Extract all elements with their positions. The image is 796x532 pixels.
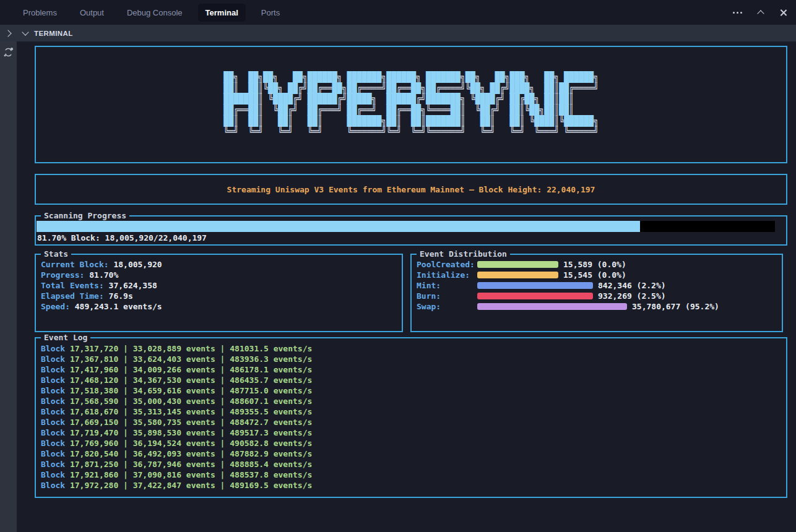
log-detail: 17,518,380 | 34,659,616 events | 487715.… xyxy=(70,386,312,395)
stat-label: Progress: xyxy=(41,270,84,280)
sidebar-expand-icon[interactable] xyxy=(4,30,11,36)
distribution-value: 842,346 (2.2%) xyxy=(598,281,666,290)
log-block-label: Block xyxy=(41,375,65,385)
log-detail: 17,820,540 | 36,492,093 events | 487882.… xyxy=(70,449,312,458)
event-log-box: Event Log Block 17,317,720 | 33,028,889 … xyxy=(35,337,787,498)
distribution-bar xyxy=(477,293,593,299)
more-actions-icon[interactable] xyxy=(733,12,742,14)
distribution-value: 932,269 (2.5%) xyxy=(598,291,666,301)
event-distribution-title: Event Distribution xyxy=(417,249,510,259)
terminal-collapse-icon[interactable] xyxy=(22,28,28,35)
progress-label: 81.70% Block: 18,005,920/22,040,197 xyxy=(36,233,786,243)
scanning-progress-box: Scanning Progress 81.70% Block: 18,005,9… xyxy=(35,215,787,246)
panel-tab[interactable]: Output xyxy=(72,4,111,22)
maximize-panel-icon[interactable] xyxy=(757,10,764,17)
log-block-label: Block xyxy=(41,460,65,469)
distribution-bar xyxy=(477,261,558,268)
panel-tab[interactable]: Ports xyxy=(254,4,287,22)
log-block-label: Block xyxy=(41,386,65,395)
progress-bar-track xyxy=(37,221,775,232)
scanning-progress-title: Scanning Progress xyxy=(41,210,129,221)
terminal-section-header: TERMINAL xyxy=(0,25,796,41)
distribution-bar xyxy=(477,272,558,278)
log-detail: 17,871,250 | 36,787,946 events | 488885.… xyxy=(70,460,312,469)
log-block-label: Block xyxy=(41,449,65,458)
event-log-row: Block 17,317,720 | 33,028,889 events | 4… xyxy=(41,343,781,354)
stat-row: Elapsed Time: 76.9s xyxy=(41,291,397,301)
stats-box: Stats Current Block: 18,005,920 Progress… xyxy=(35,254,403,332)
distribution-label: Mint: xyxy=(417,281,477,290)
log-block-label: Block xyxy=(41,481,65,490)
event-log-row: Block 17,921,860 | 37,090,816 events | 4… xyxy=(41,470,781,480)
terminal-side-strip xyxy=(0,41,17,532)
stat-label: Elapsed Time: xyxy=(41,291,104,301)
log-block-label: Block xyxy=(41,365,65,374)
event-log-row: Block 17,367,810 | 33,624,403 events | 4… xyxy=(41,354,781,364)
stat-label: Speed: xyxy=(41,302,70,311)
panel-tabbar: Problems Output Debug Console Terminal P… xyxy=(0,0,796,25)
sync-icon[interactable] xyxy=(3,47,14,58)
event-log-row: Block 17,871,250 | 36,787,946 events | 4… xyxy=(41,459,781,470)
event-log-row: Block 17,972,280 | 37,422,847 events | 4… xyxy=(41,480,781,491)
event-log-row: Block 17,669,150 | 35,580,735 events | 4… xyxy=(41,417,781,427)
stat-row: Progress: 81.70% xyxy=(41,270,397,280)
banner-box: ██╗ ██╗██╗ ██╗██████╗ ███████╗██████╗ ██… xyxy=(35,46,787,163)
stat-value: 81.70% xyxy=(89,270,118,280)
stat-value: 18,005,920 xyxy=(113,260,162,269)
stats-title: Stats xyxy=(41,249,71,259)
distribution-label: PoolCreated: xyxy=(417,260,477,269)
log-block-label: Block xyxy=(41,418,65,427)
stat-value: 76.9s xyxy=(109,291,133,301)
stream-header-box: Streaming Uniswap V3 Events from Ethereu… xyxy=(35,174,787,205)
event-log-row: Block 17,618,670 | 35,313,145 events | 4… xyxy=(41,406,781,417)
stat-row: Total Events: 37,624,358 xyxy=(41,280,397,291)
event-log-row: Block 17,468,120 | 34,367,530 events | 4… xyxy=(41,375,781,385)
distribution-row: Initialize: 15,545 (0.0%) xyxy=(417,270,777,280)
distribution-value: 15,589 (0.0%) xyxy=(563,260,626,269)
distribution-row: PoolCreated: 15,589 (0.0%) xyxy=(417,259,777,270)
log-detail: 17,367,810 | 33,624,403 events | 483936.… xyxy=(70,354,312,364)
log-block-label: Block xyxy=(41,470,65,479)
stat-label: Total Events: xyxy=(41,281,104,290)
stat-value: 37,624,358 xyxy=(109,281,157,290)
event-log-row: Block 17,820,540 | 36,492,093 events | 4… xyxy=(41,448,781,459)
event-log-row: Block 17,518,380 | 34,659,616 events | 4… xyxy=(41,385,781,396)
log-block-label: Block xyxy=(41,439,65,448)
distribution-label: Swap: xyxy=(417,302,477,311)
event-log-title: Event Log xyxy=(41,332,90,343)
event-log-row: Block 17,769,960 | 36,194,524 events | 4… xyxy=(41,438,781,448)
distribution-row: Burn: 932,269 (2.5%) xyxy=(417,291,777,301)
stat-row: Current Block: 18,005,920 xyxy=(41,259,397,270)
stream-header-text: Streaming Uniswap V3 Events from Ethereu… xyxy=(227,185,595,194)
distribution-row: Swap: 35,780,677 (95.2%) xyxy=(417,301,777,312)
terminal-viewport: ██╗ ██╗██╗ ██╗██████╗ ███████╗██████╗ ██… xyxy=(17,41,796,532)
log-detail: 17,769,960 | 36,194,524 events | 490582.… xyxy=(70,439,312,448)
event-log-row: Block 17,568,590 | 35,000,430 events | 4… xyxy=(41,396,781,406)
log-detail: 17,669,150 | 35,580,735 events | 488472.… xyxy=(70,418,312,427)
log-detail: 17,468,120 | 34,367,530 events | 486435.… xyxy=(70,375,312,385)
log-block-label: Block xyxy=(41,354,65,364)
hypersync-banner: ██╗ ██╗██╗ ██╗██████╗ ███████╗██████╗ ██… xyxy=(223,72,599,137)
log-detail: 17,568,590 | 35,000,430 events | 488607.… xyxy=(70,397,312,406)
log-block-label: Block xyxy=(41,407,65,416)
panel-tab[interactable]: Debug Console xyxy=(119,4,190,22)
terminal-section-title: TERMINAL xyxy=(34,30,73,37)
event-log-row: Block 17,719,470 | 35,898,530 events | 4… xyxy=(41,427,781,438)
distribution-value: 15,545 (0.0%) xyxy=(563,270,626,280)
distribution-label: Initialize: xyxy=(417,270,477,280)
log-block-label: Block xyxy=(41,397,65,406)
distribution-row: Mint: 842,346 (2.2%) xyxy=(417,280,777,291)
panel-tab[interactable]: Problems xyxy=(15,4,64,22)
distribution-value: 35,780,677 (95.2%) xyxy=(632,302,719,311)
stat-value: 489,243.1 events/s xyxy=(75,302,162,311)
log-detail: 17,972,280 | 37,422,847 events | 489169.… xyxy=(70,481,312,490)
progress-bar-fill xyxy=(37,221,640,232)
stat-label: Current Block: xyxy=(41,260,109,269)
log-detail: 17,417,960 | 34,009,266 events | 486178.… xyxy=(70,365,312,374)
distribution-bar xyxy=(477,303,627,310)
close-panel-icon[interactable] xyxy=(779,9,787,17)
log-detail: 17,618,670 | 35,313,145 events | 489355.… xyxy=(70,407,312,416)
panel-tab[interactable]: Terminal xyxy=(198,4,246,22)
event-log-row: Block 17,417,960 | 34,009,266 events | 4… xyxy=(41,364,781,375)
panel-actions xyxy=(733,0,787,25)
